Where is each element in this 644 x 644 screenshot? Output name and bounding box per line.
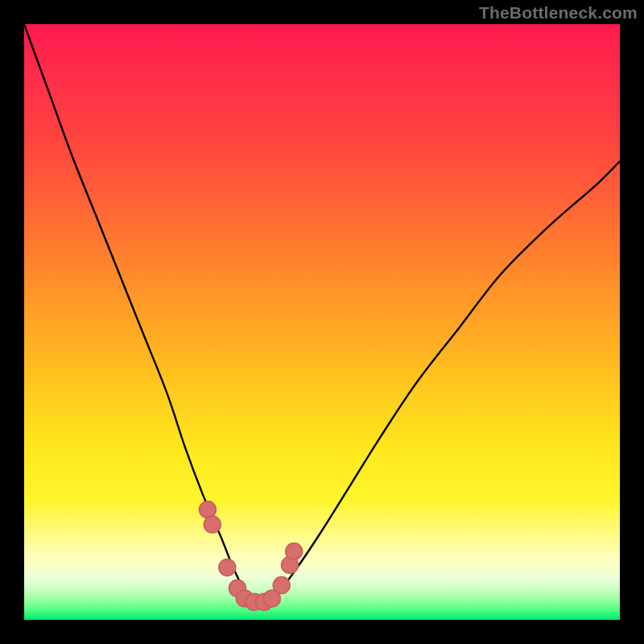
watermark-text: TheBottleneck.com bbox=[479, 3, 638, 23]
highlight-dot bbox=[286, 543, 303, 559]
outer-frame: TheBottleneck.com bbox=[0, 0, 644, 644]
bottleneck-curve bbox=[24, 24, 620, 604]
highlight-dot bbox=[273, 577, 290, 594]
plot-area bbox=[24, 24, 620, 620]
highlight-dot bbox=[219, 559, 236, 576]
highlight-dots-group bbox=[199, 502, 302, 611]
highlight-dot bbox=[204, 516, 221, 533]
curve-layer bbox=[24, 24, 620, 620]
